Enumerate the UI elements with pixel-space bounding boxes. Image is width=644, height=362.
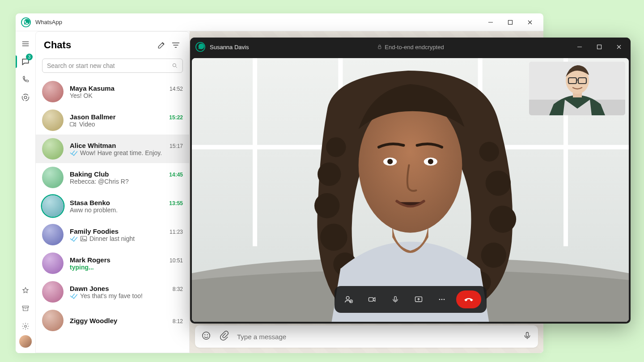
call-close-button[interactable] [609,38,629,56]
add-person-icon [344,295,353,304]
avatar [42,281,64,303]
maximize-button[interactable] [500,13,520,31]
nav-starred[interactable] [16,282,35,299]
chat-name: Maya Kasuma [70,84,169,92]
nav-calls[interactable] [16,71,35,88]
chat-time: 13:55 [169,200,183,206]
chat-item[interactable]: Maya Kasuma14:52Yes! OK [36,77,189,106]
chats-heading: Chats [44,39,154,51]
attach-button[interactable] [219,331,229,342]
add-participant-button[interactable] [340,290,358,308]
toggle-mic-button[interactable] [386,290,404,308]
status-ring-icon [21,93,30,102]
whatsapp-icon [21,17,31,27]
share-screen-button[interactable] [410,290,428,308]
nav-settings[interactable] [16,317,35,335]
call-minimize-button[interactable] [570,38,589,56]
svg-point-25 [320,224,347,251]
svg-point-9 [203,332,210,340]
chats-badge: 3 [26,54,33,60]
nav-rail: 3 [16,31,35,353]
chat-time: 10:51 [169,257,183,264]
call-maximize-button[interactable] [589,38,609,56]
svg-point-3 [24,96,27,99]
avatar [42,224,64,245]
message-composer [195,325,538,348]
chat-time: 8:12 [173,318,183,324]
svg-point-50 [441,299,442,300]
current-user-avatar[interactable] [19,335,32,348]
hamburger-icon [21,40,30,48]
mic-button[interactable] [523,331,532,342]
chat-item[interactable]: Mark Rogers10:51typing... [36,249,189,278]
chat-item[interactable]: Stasa Benko13:55Aww no problem. [36,192,189,220]
menu-button[interactable] [16,35,35,53]
chat-name: Dawn Jones [70,285,173,292]
nav-chats[interactable]: 3 [16,53,35,71]
encryption-label: End-to-end endcrypted [385,44,444,51]
nav-archived[interactable] [16,299,35,317]
star-icon [21,286,30,295]
avatar [42,81,64,102]
chat-item[interactable]: Jason Ballmer15:22Video [36,106,189,135]
emoji-button[interactable] [201,331,211,342]
chat-item[interactable]: Alice Whitman15:17Wow! Have great time. … [36,135,189,163]
svg-point-10 [204,334,205,335]
message-input[interactable] [237,333,515,341]
svg-point-4 [25,325,27,328]
more-horizontal-icon [437,295,446,304]
compose-icon [157,41,166,50]
chat-preview: Dinner last night [70,235,183,242]
search-box[interactable] [42,59,183,73]
chat-name: Mark Rogers [70,256,169,264]
chat-item[interactable]: Dawn Jones8:32Yes that's my fave too! [36,278,189,306]
svg-point-24 [314,193,339,218]
svg-point-29 [489,206,516,232]
chat-name: Stasa Benko [70,199,169,206]
double-check-icon [70,150,78,156]
window-controls [481,13,540,31]
microphone-icon [523,331,532,340]
new-chat-button[interactable] [154,38,169,52]
chat-preview: Rebecca: @Chris R? [70,178,183,185]
chat-preview: typing... [70,264,183,271]
svg-point-44 [346,296,349,299]
svg-point-22 [326,137,346,157]
minimize-button[interactable] [481,13,500,31]
chat-name: Alice Whitman [70,142,169,149]
app-title: WhatsApp [35,19,62,25]
chat-preview: Yes that's my fave too! [70,292,183,299]
svg-point-5 [173,63,176,67]
more-options-button[interactable] [433,290,451,308]
chat-name: Jason Ballmer [70,113,169,121]
chat-item[interactable]: Family Foodies11:23Dinner last night [36,220,189,249]
chat-time: 14:52 [169,86,183,92]
chat-item[interactable]: Ziggy Woodley8:12 [36,306,189,335]
microphone-icon [391,295,399,303]
filter-icon [171,41,180,50]
chat-item[interactable]: Baking Club14:45Rebecca: @Chris R? [36,163,189,192]
toggle-video-button[interactable] [363,290,381,308]
video-icon [70,121,77,127]
svg-rect-6 [70,122,74,126]
self-preview[interactable] [529,62,625,115]
svg-point-8 [82,237,83,239]
svg-rect-47 [394,296,396,300]
chat-list-panel: Chats Maya Kasuma14:52Yes! OKJason Ballm… [35,31,190,353]
chat-name: Baking Club [70,170,169,178]
chat-preview: Yes! OK [70,92,183,99]
filter-button[interactable] [169,38,183,52]
call-titlebar: Susanna Davis End-to-end endcrypted [190,38,631,56]
chat-name: Ziggy Woodley [70,317,173,324]
call-controls [335,286,487,313]
whatsapp-icon [195,42,205,52]
svg-point-28 [486,171,511,196]
image-icon [80,236,87,242]
double-check-icon [70,293,78,299]
nav-status[interactable] [16,88,35,106]
search-input[interactable] [47,62,168,69]
phone-icon [21,76,30,84]
avatar [42,253,64,274]
hangup-button[interactable] [456,290,481,308]
close-button[interactable] [520,13,540,31]
